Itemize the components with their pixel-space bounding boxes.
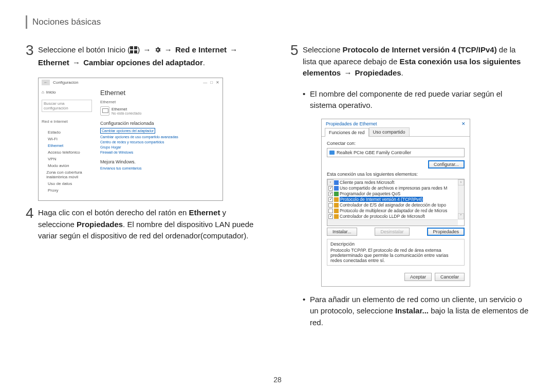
settings-link[interactable]: Grupo Hogar xyxy=(100,145,217,149)
sidebar-item[interactable]: Proxy xyxy=(42,187,92,194)
scroll-left-button[interactable]: ‹ xyxy=(327,179,334,185)
component-item[interactable]: ✓Uso compartido de archivos e impresoras… xyxy=(327,185,464,191)
properties-button[interactable]: Propiedades xyxy=(427,228,465,236)
bullet-dot: • xyxy=(303,88,310,111)
component-label: Cliente para redes Microsoft xyxy=(340,180,394,185)
sidebar-item-label: VPN xyxy=(48,157,56,161)
step-4: 4 Haga clic con el botón derecho del rat… xyxy=(26,207,265,242)
sidebar-item-label: Estado xyxy=(48,130,61,135)
minimize-button[interactable]: — xyxy=(203,80,207,85)
header-text: Nociones básicas xyxy=(32,17,101,27)
connect-with-label: Conectar con: xyxy=(327,141,465,146)
component-item[interactable]: Protocolo de multiplexor de adaptador de… xyxy=(327,208,464,214)
settings-link[interactable]: Cambiar opciones del adaptador xyxy=(100,128,155,134)
checkbox[interactable]: ✓ xyxy=(328,186,333,191)
sidebar-item[interactable]: Uso de datos xyxy=(42,180,92,187)
sidebar-item[interactable]: VPN xyxy=(42,156,92,162)
component-item[interactable]: ✓Programador de paquetes QoS xyxy=(327,191,464,197)
home-icon: ⌂ xyxy=(42,90,44,95)
sidebar-item-label: Zona con cobertura inalámbrica móvil xyxy=(46,170,92,179)
components-listbox[interactable]: ✓Cliente para redes Microsoft✓Uso compar… xyxy=(327,179,465,226)
checkbox[interactable] xyxy=(328,209,333,213)
nav-icon xyxy=(42,182,46,186)
tab-networking[interactable]: Funciones de red xyxy=(325,128,369,137)
right-column: 5 Seleccione Protocolo de Internet versi… xyxy=(290,44,529,333)
settings-window: ← Configuración — □ ✕ ⌂ Inicio xyxy=(38,78,223,201)
bullet-note-1: • El nombre del componente de red puede … xyxy=(303,88,529,111)
feedback-link[interactable]: Envíanos tus comentarios xyxy=(100,166,217,170)
settings-link[interactable]: Centro de redes y recursos compartidos xyxy=(100,140,217,144)
sidebar-item-label: Wi-Fi xyxy=(48,137,58,141)
sidebar-item-label: Ethernet xyxy=(48,143,63,148)
ethernet-icon xyxy=(100,106,109,116)
cancel-button[interactable]: Cancelar xyxy=(435,273,465,281)
step-number: 4 xyxy=(26,206,38,220)
maximize-button[interactable]: □ xyxy=(210,80,213,85)
step-5: 5 Seleccione Protocolo de Internet versi… xyxy=(290,44,529,79)
component-item[interactable]: ✓Controlador de protocolo LLDP de Micros… xyxy=(327,214,464,219)
adapter-icon xyxy=(329,151,335,155)
install-button[interactable]: Instalar... xyxy=(327,228,357,236)
configure-button[interactable]: Configurar... xyxy=(428,160,465,169)
component-item[interactable]: ✓Cliente para redes Microsoft xyxy=(327,180,464,185)
settings-link[interactable]: Firewall de Windows xyxy=(100,151,217,154)
accept-button[interactable]: Aceptar xyxy=(404,273,432,281)
component-icon xyxy=(334,214,339,219)
related-section: Configuración relacionada xyxy=(100,121,217,126)
sidebar-item[interactable]: Acceso telefónico xyxy=(42,149,92,156)
window-title: Configuración xyxy=(53,80,78,85)
close-button[interactable]: ✕ xyxy=(216,80,219,85)
checkbox[interactable]: ✓ xyxy=(328,214,333,219)
scrollbar-horizontal[interactable] xyxy=(327,219,458,226)
step-number: 3 xyxy=(26,43,38,58)
gear-icon xyxy=(154,45,161,57)
nav-icon xyxy=(42,173,44,177)
close-icon[interactable]: ✕ xyxy=(461,121,466,126)
adapter-field: Realtek PCIe GBE Family Controller xyxy=(327,148,465,157)
tab-sharing[interactable]: Uso compartido xyxy=(369,127,410,136)
component-icon xyxy=(334,209,339,213)
settings-sidebar: ⌂ Inicio Buscar una configuración Red e … xyxy=(39,87,95,200)
scroll-down-button[interactable]: ˅ xyxy=(458,213,464,219)
back-button[interactable]: ← xyxy=(42,80,50,85)
sidebar-item[interactable]: Ethernet xyxy=(42,142,92,149)
sidebar-item-label: Modo avión xyxy=(48,163,69,168)
nav-icon xyxy=(42,151,46,155)
category-label: Red e Internet xyxy=(42,119,92,124)
bullet-dot: • xyxy=(303,294,310,329)
sidebar-item-label: Acceso telefónico xyxy=(48,150,80,155)
columns: 3 Seleccione el botón Inicio () → → Red … xyxy=(26,44,529,333)
ethernet-properties-dialog: Propiedades de Ethernet ✕ Funciones de r… xyxy=(321,119,470,287)
component-icon xyxy=(334,197,339,202)
ethernet-row[interactable]: Ethernet No está conectado xyxy=(100,106,217,116)
sidebar-item[interactable]: Estado xyxy=(42,129,92,136)
step-text: Seleccione el botón Inicio () → → Red e … xyxy=(38,44,265,68)
home-item[interactable]: ⌂ Inicio xyxy=(42,89,92,96)
uninstall-button[interactable]: Desinstalar xyxy=(375,228,409,236)
settings-link[interactable]: Cambiar opciones de uso compartido avanz… xyxy=(100,135,217,139)
component-label: Uso compartido de archivos e impresoras … xyxy=(340,185,447,191)
sidebar-item-label: Uso de datos xyxy=(48,181,72,186)
step-3: 3 Seleccione el botón Inicio () → → Red … xyxy=(26,44,265,68)
nav-icon xyxy=(42,137,46,141)
component-item[interactable]: Controlador de E/S del asignador de dete… xyxy=(327,202,464,208)
checkbox[interactable] xyxy=(328,203,333,208)
scroll-right-button[interactable]: › xyxy=(458,179,464,185)
sidebar-item[interactable]: Wi-Fi xyxy=(42,136,92,142)
page-number: 28 xyxy=(0,376,555,384)
component-label: Programador de paquetes QoS xyxy=(340,191,400,196)
nav-icon xyxy=(42,130,46,135)
checkbox[interactable]: ✓ xyxy=(328,192,333,196)
dialog-tabs: Funciones de red Uso compartido xyxy=(322,127,470,137)
step-number: 5 xyxy=(290,43,303,58)
dialog-title: Propiedades de Ethernet xyxy=(326,121,377,126)
titlebar: ← Configuración — □ ✕ xyxy=(39,78,223,87)
sidebar-item[interactable]: Modo avión xyxy=(42,162,92,169)
checkbox[interactable]: ✓ xyxy=(328,197,333,202)
step-text: Haga clic con el botón derecho del ratón… xyxy=(38,207,265,242)
component-label: Protocolo de multiplexor de adaptador de… xyxy=(340,208,447,213)
component-item[interactable]: ✓Protocolo de Internet versión 4 (TCP/IP… xyxy=(327,197,464,202)
search-input[interactable]: Buscar una configuración xyxy=(42,100,92,112)
left-column: 3 Seleccione el botón Inicio () → → Red … xyxy=(26,44,265,333)
sidebar-item[interactable]: Zona con cobertura inalámbrica móvil xyxy=(42,169,92,180)
